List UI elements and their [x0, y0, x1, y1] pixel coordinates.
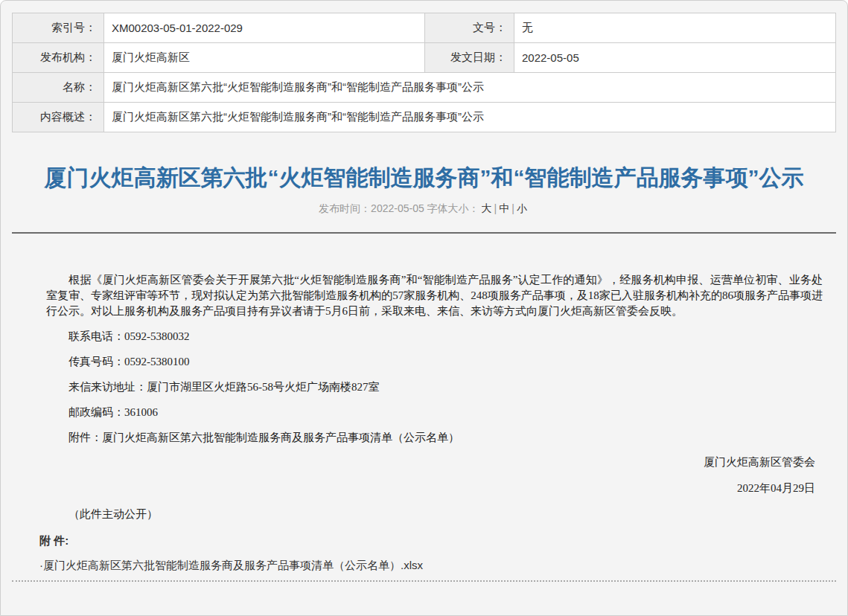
- doc-number-value: 无: [514, 13, 836, 43]
- attachments-heading: 附 件:: [39, 533, 836, 548]
- postal-code: 邮政编码：361006: [46, 405, 823, 420]
- index-number-value: XM00203-05-01-2022-029: [104, 13, 425, 43]
- contact-phone: 联系电话：0592-5380032: [46, 329, 823, 344]
- index-number-label: 索引号：: [13, 13, 104, 43]
- name-label: 名称：: [13, 73, 104, 103]
- fontsize-small-button[interactable]: 小: [517, 202, 527, 214]
- issue-date-label: 发文日期：: [425, 43, 514, 73]
- bottom-dotted-divider: [12, 580, 836, 582]
- name-value: 厦门火炬高新区第六批“火炬智能制造服务商”和“智能制造产品服务事项”公示: [104, 73, 836, 103]
- summary-value: 厦门火炬高新区第六批“火炬智能制造服务商”和“智能制造产品服务事项”公示: [104, 103, 836, 132]
- publish-meta-line: 发布时间：2022-05-05 字体大小：大|中|小: [1, 202, 847, 216]
- fontsize-large-button[interactable]: 大: [482, 202, 492, 214]
- agency-label: 发布机构：: [13, 43, 104, 73]
- table-row: 内容概述： 厦门火炬高新区第六批“火炬智能制造服务商”和“智能制造产品服务事项”…: [13, 103, 836, 132]
- doc-number-label: 文号：: [425, 13, 514, 43]
- visit-address: 来信来访地址：厦门市湖里区火炬路56-58号火炬广场南楼827室: [46, 379, 823, 395]
- attachment-xlsx-link[interactable]: ·厦门火炬高新区第六批智能制造服务商及服务产品事项清单（公示名单）.xlsx: [39, 557, 423, 573]
- document-meta-table: 索引号： XM00203-05-01-2022-029 文号： 无 发布机构： …: [12, 13, 836, 132]
- article-body: 根据《厦门火炬高新区管委会关于开展第六批“火炬智能制造服务商”和“智能制造产品服…: [1, 272, 847, 522]
- fontsize-separator: |: [511, 202, 514, 214]
- table-row: 索引号： XM00203-05-01-2022-029 文号： 无: [13, 13, 836, 43]
- signature-org: 厦门火炬高新区管委会: [46, 455, 823, 470]
- fontsize-separator: |: [494, 202, 497, 214]
- notice-paragraph: 根据《厦门火炬高新区管委会关于开展第六批“火炬智能制造服务商”和“智能制造产品服…: [46, 272, 823, 319]
- fax-number: 传真号码：0592-5380100: [46, 354, 823, 370]
- signature-date: 2022年04月29日: [46, 481, 823, 496]
- attachments-section: 附 件: ·厦门火炬高新区第六批智能制造服务商及服务产品事项清单（公示名单）.x…: [1, 533, 847, 573]
- public-disclosure-note: （此件主动公开）: [46, 507, 823, 522]
- attachment-note: 附件：厦门火炬高新区第六批智能制造服务商及服务产品事项清单（公示名单）: [46, 430, 823, 446]
- issue-date-value: 2022-05-05: [514, 43, 836, 73]
- agency-value: 厦门火炬高新区: [104, 43, 425, 73]
- notice-page: 索引号： XM00203-05-01-2022-029 文号： 无 发布机构： …: [0, 0, 848, 616]
- publish-time: 发布时间：2022-05-05: [319, 202, 424, 214]
- fontsize-medium-button[interactable]: 中: [499, 202, 509, 214]
- table-row: 发布机构： 厦门火炬高新区 发文日期： 2022-05-05: [13, 43, 836, 73]
- summary-label: 内容概述：: [13, 103, 104, 132]
- page-title: 厦门火炬高新区第六批“火炬智能制造服务商”和“智能制造产品服务事项”公示: [19, 163, 829, 193]
- table-row: 名称： 厦门火炬高新区第六批“火炬智能制造服务商”和“智能制造产品服务事项”公示: [13, 73, 836, 103]
- title-divider: [12, 232, 836, 234]
- fontsize-label: 字体大小：: [427, 202, 479, 214]
